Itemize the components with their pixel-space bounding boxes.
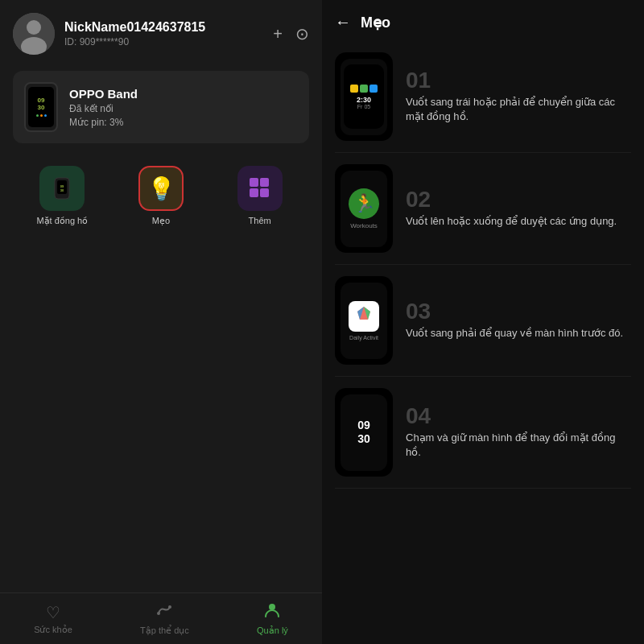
device-info: OPPO Band Đã kết nối Mức pin: 3% <box>69 87 298 128</box>
person-icon <box>263 601 281 623</box>
tip-info-01: 01 Vuốt sang trái hoặc phải để chuyển gi… <box>406 69 631 124</box>
nav-suc-khoe[interactable]: ♡ Sức khỏe <box>34 603 72 635</box>
svg-rect-9 <box>250 188 258 197</box>
tip04-time: 0930 <box>357 419 370 446</box>
shortcut-label-them: Thêm <box>249 216 271 225</box>
tip-text-01: Vuốt sang trái hoặc phải để chuyển giữa … <box>406 95 631 124</box>
shortcut-mat-dong-ho[interactable]: 09 30 Mặt đồng hồ <box>13 166 112 226</box>
tip-info-04: 04 Chạm và giữ màn hình để thay đổi mặt … <box>406 405 631 460</box>
tip-device-02: 🏃 Workouts <box>335 164 393 253</box>
workout-icon: 🏃 <box>349 188 379 219</box>
tip-device-inner-02: 🏃 Workouts <box>341 171 387 247</box>
wf-icon-yellow <box>350 85 358 93</box>
device-card: 0930 OPPO Band Đã kết nối Mức pin: 3% <box>13 71 309 143</box>
device-battery: Mức pin: 3% <box>69 117 298 128</box>
tip-number-03: 03 <box>406 300 631 323</box>
svg-point-1 <box>27 20 41 35</box>
svg-rect-7 <box>250 178 258 187</box>
user-info: NickName01424637815 ID: 909******90 <box>64 20 263 47</box>
shortcut-icon-them <box>237 166 283 211</box>
daily-activity-label: Daily Activit <box>349 335 378 341</box>
username: NickName01424637815 <box>64 20 263 35</box>
user-id: ID: 909******90 <box>64 36 263 47</box>
back-button[interactable]: ← <box>335 13 351 31</box>
shortcut-label-mat-dong-ho: Mặt đồng hồ <box>36 216 88 226</box>
svg-text:30: 30 <box>60 188 64 192</box>
tip-number-04: 04 <box>406 405 631 427</box>
daily-icon <box>349 301 379 332</box>
shortcut-meo[interactable]: 💡 Mẹo <box>112 166 211 226</box>
tip-number-02: 02 <box>406 188 631 211</box>
band-icons <box>36 114 47 117</box>
tip-item-03: Daily Activit 03 Vuốt sang phải để quay … <box>335 265 631 377</box>
tip-info-03: 03 Vuốt sang phải để quay về màn hình tr… <box>406 300 631 341</box>
tip-info-02: 02 Vuốt lên hoặc xuống để duyệt các ứng … <box>406 188 631 229</box>
bs-dot-3 <box>44 114 47 117</box>
tip-device-inner-03: Daily Activit <box>341 283 387 359</box>
wf-icon-blue <box>369 85 378 93</box>
tip-device-01: 2:30 Fr 05 <box>335 52 393 141</box>
shortcut-label-meo: Mẹo <box>152 216 170 226</box>
bs-dot-2 <box>40 114 43 117</box>
nav-label-tap-the-duc: Tập thể dục <box>140 625 189 636</box>
tip-device-03: Daily Activit <box>335 276 393 365</box>
wf-icon-green <box>360 85 368 93</box>
svg-point-11 <box>157 612 160 615</box>
shortcut-them[interactable]: Thêm <box>210 166 309 226</box>
svg-rect-10 <box>260 188 269 197</box>
tip-device-inner-04: 0930 <box>341 394 387 471</box>
tip-text-02: Vuốt lên hoặc xuống để duyệt các ứng dụn… <box>406 214 631 229</box>
exercise-icon <box>155 601 173 623</box>
band-time-top: 0930 <box>38 97 45 112</box>
svg-rect-8 <box>260 178 269 187</box>
tip-device-inner-01: 2:30 Fr 05 <box>341 59 387 135</box>
tip-item-01: 2:30 Fr 05 01 Vuốt sang trái hoặc phải đ… <box>335 41 631 153</box>
tip-item-04: 0930 04 Chạm và giữ màn hình để thay đổi… <box>335 377 631 489</box>
nav-label-suc-khoe: Sức khỏe <box>34 625 72 635</box>
right-header: ← Mẹo <box>322 0 644 41</box>
right-title: Mẹo <box>361 14 390 31</box>
tip-text-04: Chạm và giữ màn hình để thay đổi mặt đồn… <box>406 431 631 460</box>
tip-number-01: 01 <box>406 69 631 92</box>
workout-label: Workouts <box>350 222 378 229</box>
shortcuts: 09 30 Mặt đồng hồ 💡 Mẹo T <box>0 159 322 239</box>
heart-icon: ♡ <box>46 603 60 622</box>
header-icons: + ⊙ <box>273 24 309 43</box>
tip-text-03: Vuốt sang phải để quay về màn hình trước… <box>406 326 631 341</box>
settings-icon[interactable]: ⊙ <box>295 24 309 43</box>
tip-item-02: 🏃 Workouts 02 Vuốt lên hoặc xuống để duy… <box>335 153 631 265</box>
bottom-nav: ♡ Sức khỏe Tập thể dục Quản lý <box>0 592 322 644</box>
shortcut-icon-mat-dong-ho: 09 30 <box>39 166 85 211</box>
device-name: OPPO Band <box>69 87 298 101</box>
nav-label-quan-ly: Quản lý <box>257 625 288 636</box>
watchface-screen: 2:30 Fr 05 <box>344 64 384 129</box>
svg-point-13 <box>269 604 275 610</box>
add-icon[interactable]: + <box>273 25 283 43</box>
band-screen: 0930 <box>28 87 54 127</box>
device-connected: Đã kết nối <box>69 103 298 114</box>
wf-date: Fr 05 <box>357 104 370 109</box>
tip-device-04: 0930 <box>335 388 393 477</box>
nav-quan-ly[interactable]: Quản lý <box>257 601 288 636</box>
svg-point-12 <box>168 605 171 609</box>
band-image: 0930 <box>24 82 58 132</box>
wf-time: 2:30 <box>357 96 371 104</box>
nav-tap-the-duc[interactable]: Tập thể dục <box>140 601 189 636</box>
tips-list: 2:30 Fr 05 01 Vuốt sang trái hoặc phải đ… <box>322 41 644 644</box>
left-header: NickName01424637815 ID: 909******90 + ⊙ <box>0 0 322 61</box>
wf-icons <box>350 85 378 93</box>
right-panel: ← Mẹo 2:30 Fr 05 <box>322 0 644 644</box>
shortcut-icon-meo: 💡 <box>138 166 184 211</box>
bs-dot-1 <box>36 114 39 117</box>
left-panel: NickName01424637815 ID: 909******90 + ⊙ … <box>0 0 322 644</box>
avatar <box>13 13 55 55</box>
bulb-icon: 💡 <box>147 175 175 202</box>
